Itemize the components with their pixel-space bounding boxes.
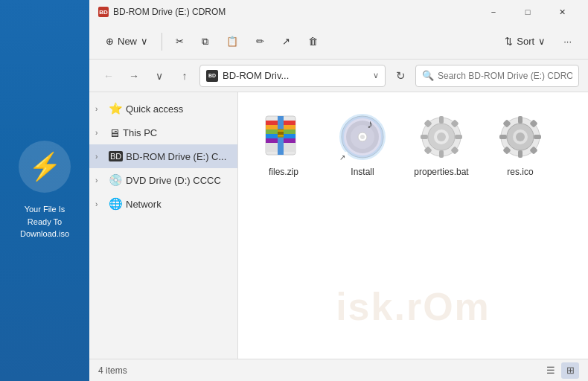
svg-rect-8 bbox=[266, 134, 278, 138]
svg-rect-5 bbox=[266, 121, 278, 125]
ico-file-icon bbox=[496, 113, 544, 161]
new-label: New bbox=[118, 36, 137, 47]
svg-rect-9 bbox=[266, 138, 278, 143]
window-controls: − □ ✕ bbox=[476, 0, 579, 24]
svg-rect-27 bbox=[439, 150, 444, 158]
sidebar-item-dvd-drive[interactable]: › 💿 DVD Drive (D:) CCCC bbox=[89, 168, 237, 192]
sidebar-item-this-pc[interactable]: › 🖥 This PC bbox=[89, 121, 237, 144]
cut-icon: ✂ bbox=[176, 36, 184, 47]
shortcut-arrow-icon: ↗ bbox=[337, 152, 348, 162]
search-box[interactable]: 🔍 bbox=[415, 65, 579, 87]
dvd-drive-label: DVD Drive (D:) CCCC bbox=[126, 175, 221, 186]
svg-rect-29 bbox=[455, 135, 462, 139]
content-area: › ⭐ Quick access › 🖥 This PC › BD BD-ROM… bbox=[89, 92, 588, 359]
new-plus-icon: ⊕ bbox=[106, 36, 114, 47]
view-buttons: ☰ ⊞ bbox=[542, 362, 579, 379]
network-label: Network bbox=[126, 199, 162, 210]
refresh-button[interactable]: ↻ bbox=[390, 65, 411, 86]
zip-file-label: files.zip bbox=[269, 167, 298, 177]
svg-rect-15 bbox=[284, 138, 295, 143]
cd-icon-wrapper: ♪ ↗ bbox=[336, 110, 389, 164]
sidebar-item-network[interactable]: › 🌐 Network bbox=[89, 192, 237, 216]
bolt-circle: ⚡ bbox=[19, 141, 71, 193]
list-view-button[interactable]: ☰ bbox=[542, 362, 560, 379]
up-button[interactable]: ↑ bbox=[174, 65, 195, 86]
svg-point-48 bbox=[516, 132, 525, 141]
forward-button[interactable]: → bbox=[124, 65, 144, 86]
svg-rect-6 bbox=[266, 125, 278, 129]
recent-locations-button[interactable]: ∨ bbox=[149, 65, 170, 86]
cut-button[interactable]: ✂ bbox=[168, 31, 191, 51]
delete-button[interactable]: 🗑 bbox=[301, 31, 325, 51]
download-text: Your File IsReady ToDownload.iso bbox=[20, 203, 69, 240]
share-icon: ↗ bbox=[282, 36, 290, 47]
paste-icon: 📋 bbox=[226, 36, 238, 47]
status-bar: 4 items ☰ ⊞ bbox=[89, 359, 588, 381]
svg-rect-7 bbox=[266, 129, 278, 134]
network-chevron-icon: › bbox=[95, 200, 106, 208]
search-input[interactable] bbox=[438, 71, 572, 81]
quick-access-label: Quick access bbox=[126, 103, 183, 115]
rename-button[interactable]: ✏ bbox=[249, 31, 272, 51]
svg-rect-28 bbox=[421, 135, 428, 139]
file-explorer: BD BD-ROM Drive (E:) CDROM − □ ✕ ⊕ New ∨… bbox=[89, 0, 588, 381]
svg-rect-11 bbox=[284, 121, 295, 125]
svg-rect-38 bbox=[518, 116, 523, 124]
search-icon: 🔍 bbox=[422, 70, 434, 81]
share-button[interactable]: ↗ bbox=[275, 31, 298, 51]
copy-icon: ⧉ bbox=[202, 36, 208, 48]
minimize-button[interactable]: − bbox=[476, 0, 511, 24]
svg-rect-26 bbox=[439, 116, 444, 124]
address-box[interactable]: BD BD-ROM Driv... ∨ bbox=[199, 65, 386, 87]
file-item-res-ico[interactable]: res.ico bbox=[487, 104, 554, 183]
close-button[interactable]: ✕ bbox=[545, 0, 579, 24]
new-button[interactable]: ⊕ New ∨ bbox=[98, 31, 156, 51]
svg-rect-4 bbox=[277, 132, 284, 135]
bdrom-chevron-icon: › bbox=[95, 153, 106, 161]
svg-rect-40 bbox=[499, 135, 507, 139]
bat-icon-wrapper bbox=[415, 110, 468, 164]
sort-label: Sort bbox=[517, 36, 534, 47]
download-panel: ⚡ Your File IsReady ToDownload.iso bbox=[0, 0, 89, 381]
nav-tree: › ⭐ Quick access › 🖥 This PC › BD BD-ROM… bbox=[89, 92, 238, 359]
back-button[interactable]: ← bbox=[98, 65, 119, 86]
file-item-properties-bat[interactable]: properties.bat bbox=[408, 104, 475, 183]
sort-chevron-icon: ∨ bbox=[538, 36, 546, 47]
svg-rect-39 bbox=[518, 150, 523, 158]
path-chevron-icon[interactable]: ∨ bbox=[373, 71, 379, 80]
window-title: BD-ROM Drive (E:) CDROM bbox=[113, 7, 476, 17]
toolbar: ⊕ New ∨ ✂ ⧉ 📋 ✏ ↗ 🗑 ⇅ Sort ∨ ··· bbox=[89, 24, 588, 60]
svg-rect-13 bbox=[284, 129, 295, 134]
maximize-button[interactable]: □ bbox=[511, 0, 545, 24]
title-bar: BD BD-ROM Drive (E:) CDROM − □ ✕ bbox=[89, 0, 588, 24]
path-text: BD-ROM Driv... bbox=[223, 70, 368, 81]
dvd-chevron-icon: › bbox=[95, 176, 106, 185]
delete-icon: 🗑 bbox=[308, 36, 318, 47]
tile-view-button[interactable]: ⊞ bbox=[561, 362, 579, 379]
address-bar: ← → ∨ ↑ BD BD-ROM Driv... ∨ ↻ 🔍 bbox=[89, 60, 588, 92]
bolt-icon: ⚡ bbox=[28, 151, 62, 182]
ico-icon-wrapper bbox=[493, 110, 547, 164]
more-icon: ··· bbox=[563, 36, 572, 47]
item-count: 4 items bbox=[98, 365, 542, 376]
more-options-button[interactable]: ··· bbox=[556, 31, 579, 51]
paste-button[interactable]: 📋 bbox=[219, 31, 246, 51]
file-item-files-zip[interactable]: files.zip bbox=[250, 104, 317, 183]
window-app-icon: BD bbox=[98, 7, 109, 17]
bdrom-drive-icon: BD bbox=[109, 151, 123, 161]
toolbar-separator-1 bbox=[162, 33, 162, 51]
sidebar-item-quick-access[interactable]: › ⭐ Quick access bbox=[89, 97, 237, 121]
sort-button[interactable]: ⇅ Sort ∨ bbox=[497, 31, 553, 51]
svg-rect-10 bbox=[266, 143, 278, 152]
copy-button[interactable]: ⧉ bbox=[194, 31, 216, 52]
files-area: isk.rOm bbox=[238, 92, 588, 359]
file-item-install[interactable]: ♪ ↗ Install bbox=[329, 104, 396, 183]
svg-rect-14 bbox=[284, 134, 295, 138]
sidebar-item-bdrom-drive[interactable]: › BD BD-ROM Drive (E:) C... bbox=[89, 144, 237, 168]
svg-rect-41 bbox=[534, 135, 541, 139]
this-pc-chevron-icon: › bbox=[95, 129, 106, 137]
new-chevron-icon: ∨ bbox=[141, 36, 148, 47]
bat-file-icon bbox=[418, 113, 465, 161]
zip-file-icon bbox=[260, 113, 307, 161]
bdrom-drive-label: BD-ROM Drive (E:) C... bbox=[126, 151, 226, 162]
